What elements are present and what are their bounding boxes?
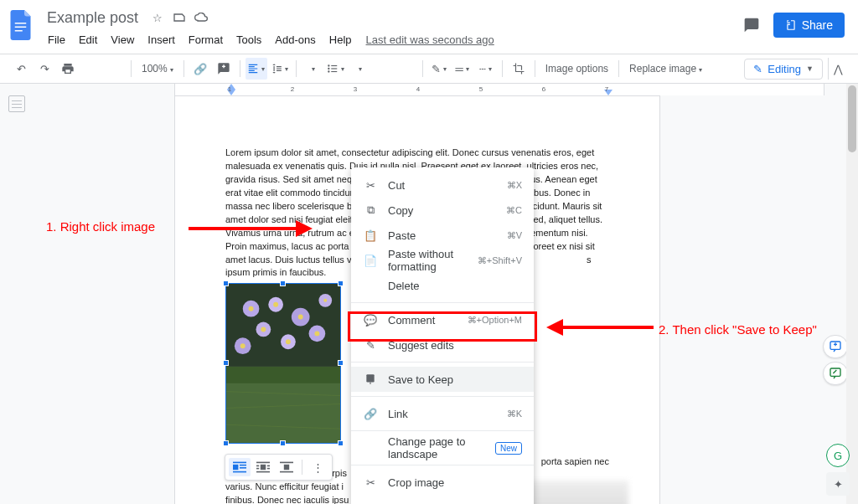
menu-insert[interactable]: Insert	[142, 30, 181, 50]
crop-icon[interactable]	[508, 58, 530, 80]
redo-icon[interactable]: ↷	[34, 58, 55, 80]
annotation-arrow-2	[545, 316, 654, 338]
svg-rect-32	[233, 465, 238, 470]
svg-rect-38	[256, 465, 259, 467]
docs-logo-icon[interactable]	[7, 10, 37, 40]
ctx-separator	[351, 362, 534, 363]
indent-more-icon[interactable]	[395, 58, 417, 80]
ctx-crop[interactable]: ✂Crop image	[351, 470, 534, 495]
ctx-delete[interactable]: Delete	[351, 273, 534, 298]
move-icon[interactable]	[172, 10, 187, 25]
border-color-icon[interactable]: ✎	[428, 58, 450, 80]
ruler[interactable]: 1 2 3 4 5 6 7	[34, 84, 858, 95]
svg-rect-40	[256, 468, 259, 470]
share-button[interactable]: Share	[773, 13, 845, 38]
menu-addons[interactable]: Add-ons	[269, 30, 321, 50]
ruler-mark: 1	[228, 85, 231, 93]
menu-file[interactable]: File	[42, 30, 71, 50]
svg-rect-45	[280, 471, 293, 473]
pencil-icon: ✎	[753, 63, 762, 75]
paint-format-icon[interactable]	[104, 58, 126, 80]
ruler-mark: 2	[291, 85, 294, 93]
suggest-edit-side-icon[interactable]	[823, 362, 848, 385]
document-title[interactable]: Example post	[42, 8, 143, 28]
ctx-comment[interactable]: 💬Comment⌘+Option+M	[351, 307, 534, 332]
ruler-mark: 3	[354, 85, 357, 93]
checklist-icon[interactable]	[302, 58, 323, 80]
ctx-save-to-keep[interactable]: Save to Keep	[351, 367, 534, 392]
ctx-cut[interactable]: ✂Cut⌘X	[351, 172, 534, 198]
image-position-toolbar: ⋮	[225, 454, 333, 481]
vertical-scrollbar[interactable]	[846, 84, 858, 504]
toolbar-more-icon[interactable]: ⋀	[828, 58, 848, 80]
svg-rect-39	[267, 465, 270, 467]
bullet-list-icon[interactable]	[325, 58, 347, 80]
link-icon[interactable]: 🔗	[189, 58, 211, 80]
print-icon[interactable]	[57, 58, 79, 80]
resize-handle[interactable]	[223, 360, 229, 366]
wrap-text-icon[interactable]	[252, 458, 274, 476]
border-dash-icon[interactable]: ┄	[475, 58, 497, 80]
cloud-icon[interactable]	[194, 10, 209, 25]
line-spacing-icon[interactable]	[269, 58, 291, 80]
svg-point-19	[261, 327, 266, 332]
editing-label: Editing	[768, 63, 801, 75]
resize-handle[interactable]	[338, 360, 344, 366]
paste-icon: 📋	[363, 228, 378, 243]
editing-mode-button[interactable]: ✎ Editing ▼	[744, 59, 823, 80]
break-text-icon[interactable]	[276, 458, 297, 476]
indent-less-icon[interactable]	[372, 58, 394, 80]
resize-handle[interactable]	[338, 280, 344, 286]
new-badge: New	[495, 442, 522, 455]
menu-bar: File Edit View Insert Format Tools Add-o…	[42, 30, 738, 50]
svg-rect-2	[15, 30, 23, 32]
ctx-link[interactable]: 🔗Link⌘K	[351, 401, 534, 426]
menu-edit[interactable]: Edit	[73, 30, 103, 50]
image-toolbar-more-icon[interactable]: ⋮	[307, 458, 328, 476]
undo-icon[interactable]: ↶	[10, 58, 32, 80]
border-weight-icon[interactable]: ═	[452, 58, 473, 80]
star-icon[interactable]: ☆	[150, 10, 165, 25]
add-comment-side-icon[interactable]	[823, 335, 848, 358]
image-options-button[interactable]: Image options	[540, 63, 613, 75]
menu-format[interactable]: Format	[183, 30, 229, 50]
svg-rect-49	[830, 368, 840, 376]
resize-handle[interactable]	[223, 440, 229, 446]
svg-rect-43	[280, 462, 293, 464]
menu-help[interactable]: Help	[323, 30, 358, 50]
align-left-icon[interactable]	[246, 58, 267, 80]
resize-handle[interactable]	[280, 280, 286, 286]
ctx-suggest[interactable]: ✎Suggest edits	[351, 332, 534, 357]
last-edit-link[interactable]: Last edit was seconds ago	[359, 30, 501, 50]
svg-rect-1	[15, 27, 27, 28]
ctx-paste[interactable]: 📋Paste⌘V	[351, 223, 534, 248]
svg-point-13	[249, 306, 254, 311]
inline-wrap-icon[interactable]	[229, 458, 251, 476]
replace-image-button[interactable]: Replace image	[624, 63, 707, 75]
ctx-landscape[interactable]: Change page to landscapeNew	[351, 435, 534, 460]
comments-button[interactable]	[738, 12, 765, 39]
outline-icon[interactable]	[8, 95, 25, 112]
svg-point-17	[298, 315, 303, 320]
explore-icon[interactable]: ✦	[826, 472, 850, 496]
resize-handle[interactable]	[223, 280, 229, 286]
scrollbar-thumb[interactable]	[848, 85, 856, 152]
ctx-copy[interactable]: ⧉Copy⌘C	[351, 198, 534, 223]
zoom-dropdown[interactable]: 100%	[137, 63, 178, 75]
menu-view[interactable]: View	[105, 30, 140, 50]
bottom-right-buttons: G ✦	[826, 444, 850, 496]
menu-tools[interactable]: Tools	[230, 30, 267, 50]
svg-rect-0	[15, 23, 27, 24]
numbered-list-icon[interactable]	[349, 58, 370, 80]
svg-point-27	[323, 299, 327, 302]
inserted-image[interactable]	[225, 283, 341, 444]
annotation-arrow-1	[189, 218, 314, 243]
grammarly-icon[interactable]: G	[826, 444, 850, 467]
spellcheck-icon[interactable]	[80, 58, 102, 80]
resize-handle[interactable]	[280, 440, 286, 446]
resize-handle[interactable]	[338, 440, 344, 446]
ctx-paste-plain[interactable]: 📄Paste without formatting⌘+Shift+V	[351, 248, 534, 273]
ctx-replace-image[interactable]: Replace image	[351, 495, 534, 504]
add-comment-icon[interactable]	[213, 58, 235, 80]
ctx-separator	[351, 302, 534, 303]
